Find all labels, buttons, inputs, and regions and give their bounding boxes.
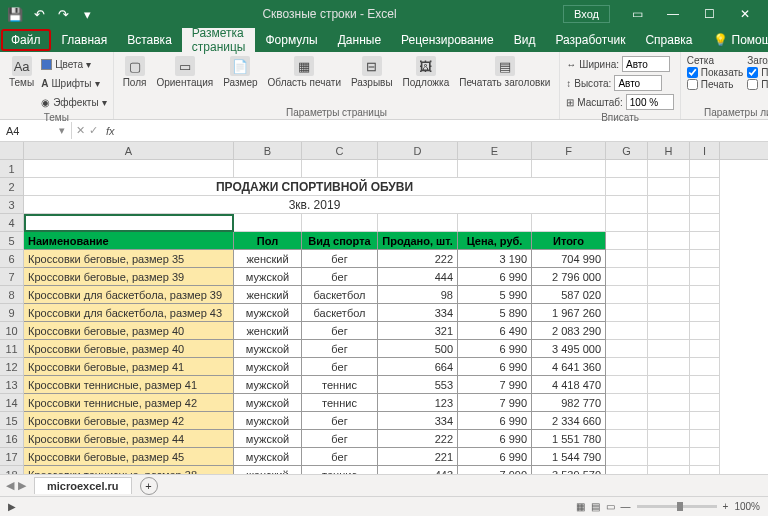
cell[interactable] <box>606 340 648 358</box>
cell[interactable] <box>606 430 648 448</box>
row-header[interactable]: 16 <box>0 430 24 448</box>
row-header[interactable]: 7 <box>0 268 24 286</box>
cell[interactable] <box>458 214 532 232</box>
cell[interactable] <box>24 160 234 178</box>
cell[interactable]: Кроссовки для баскетбола, размер 39 <box>24 286 234 304</box>
cell[interactable]: бег <box>302 322 378 340</box>
cell[interactable]: 7 990 <box>458 376 532 394</box>
cell[interactable] <box>648 376 690 394</box>
column-header[interactable]: F <box>532 142 606 159</box>
tab-review[interactable]: Рецензирование <box>391 28 504 52</box>
tab-data[interactable]: Данные <box>328 28 391 52</box>
cell[interactable]: бег <box>302 340 378 358</box>
sheet-nav-prev-icon[interactable]: ◀ <box>6 479 14 492</box>
cell[interactable]: 221 <box>378 448 458 466</box>
cell[interactable] <box>648 340 690 358</box>
orientation-button[interactable]: ▭Ориентация <box>153 55 216 89</box>
cell[interactable] <box>690 394 720 412</box>
cell[interactable]: бег <box>302 250 378 268</box>
cell[interactable] <box>690 214 720 232</box>
add-sheet-button[interactable]: + <box>140 477 158 495</box>
cell[interactable] <box>378 214 458 232</box>
cell[interactable] <box>606 304 648 322</box>
row-header[interactable]: 17 <box>0 448 24 466</box>
column-header[interactable]: H <box>648 142 690 159</box>
sheet-tab[interactable]: microexcel.ru <box>34 477 132 494</box>
cell[interactable]: 1 544 790 <box>532 448 606 466</box>
cell[interactable]: 664 <box>378 358 458 376</box>
cell[interactable]: Пол <box>234 232 302 250</box>
save-icon[interactable]: 💾 <box>6 5 24 23</box>
qat-dropdown-icon[interactable]: ▾ <box>78 5 96 23</box>
cell[interactable]: Кроссовки для баскетбола, размер 43 <box>24 304 234 322</box>
cell[interactable]: 6 490 <box>458 322 532 340</box>
cell[interactable]: мужской <box>234 376 302 394</box>
row-header[interactable]: 18 <box>0 466 24 474</box>
column-header[interactable]: C <box>302 142 378 159</box>
cell[interactable]: 6 990 <box>458 358 532 376</box>
cell[interactable]: теннис <box>302 466 378 474</box>
cell[interactable]: женский <box>234 286 302 304</box>
cell[interactable]: 443 <box>378 466 458 474</box>
tab-page-layout[interactable]: Разметка страницы <box>182 28 256 52</box>
cell[interactable]: мужской <box>234 358 302 376</box>
cell[interactable]: 334 <box>378 412 458 430</box>
cell[interactable]: мужской <box>234 394 302 412</box>
column-header[interactable]: E <box>458 142 532 159</box>
cell[interactable] <box>690 232 720 250</box>
cell[interactable]: Кроссовки теннисные, размер 41 <box>24 376 234 394</box>
cell[interactable]: 553 <box>378 376 458 394</box>
tab-help[interactable]: Справка <box>635 28 702 52</box>
cell[interactable] <box>458 160 532 178</box>
cell[interactable]: женский <box>234 322 302 340</box>
cell[interactable]: Кроссовки беговые, размер 42 <box>24 412 234 430</box>
view-page-layout-icon[interactable]: ▤ <box>591 501 600 512</box>
cancel-formula-icon[interactable]: ✕ <box>76 124 85 137</box>
column-header[interactable]: G <box>606 142 648 159</box>
view-page-break-icon[interactable]: ▭ <box>606 501 615 512</box>
print-area-button[interactable]: ▦Область печати <box>265 55 344 89</box>
cell[interactable]: баскетбол <box>302 286 378 304</box>
height-select[interactable] <box>614 75 662 91</box>
cell[interactable]: 982 770 <box>532 394 606 412</box>
row-header[interactable]: 4 <box>0 214 24 232</box>
spreadsheet-grid[interactable]: ABCDEFGHI 12ПРОДАЖИ СПОРТИВНОЙ ОБУВИ33кв… <box>0 142 768 474</box>
cell[interactable]: бег <box>302 412 378 430</box>
cell[interactable]: 6 990 <box>458 268 532 286</box>
select-all-corner[interactable] <box>0 142 24 159</box>
cell[interactable]: Вид спорта <box>302 232 378 250</box>
cell[interactable] <box>606 268 648 286</box>
zoom-out-icon[interactable]: — <box>621 501 631 512</box>
cell[interactable]: ПРОДАЖИ СПОРТИВНОЙ ОБУВИ <box>24 178 606 196</box>
tab-developer[interactable]: Разработчик <box>545 28 635 52</box>
margins-button[interactable]: ▢Поля <box>120 55 150 89</box>
zoom-in-icon[interactable]: + <box>723 501 729 512</box>
cell[interactable] <box>532 160 606 178</box>
tab-insert[interactable]: Вставка <box>117 28 182 52</box>
row-header[interactable]: 8 <box>0 286 24 304</box>
fx-icon[interactable]: fx <box>102 125 119 137</box>
cell[interactable] <box>648 268 690 286</box>
cell[interactable]: 2 083 290 <box>532 322 606 340</box>
cell[interactable]: мужской <box>234 430 302 448</box>
tab-view[interactable]: Вид <box>504 28 546 52</box>
row-header[interactable]: 1 <box>0 160 24 178</box>
cell[interactable] <box>690 286 720 304</box>
cell[interactable] <box>690 340 720 358</box>
cell[interactable]: 4 418 470 <box>532 376 606 394</box>
maximize-icon[interactable]: ☐ <box>692 2 726 26</box>
cell[interactable]: 500 <box>378 340 458 358</box>
cell[interactable] <box>648 430 690 448</box>
cell[interactable]: 4 641 360 <box>532 358 606 376</box>
login-button[interactable]: Вход <box>563 5 610 23</box>
cell[interactable]: 321 <box>378 322 458 340</box>
name-box[interactable]: A4▾ <box>0 122 72 139</box>
cell[interactable]: Продано, шт. <box>378 232 458 250</box>
cell[interactable]: Кроссовки беговые, размер 40 <box>24 322 234 340</box>
cell[interactable] <box>302 160 378 178</box>
cell[interactable] <box>648 412 690 430</box>
cell[interactable]: мужской <box>234 448 302 466</box>
view-normal-icon[interactable]: ▦ <box>576 501 585 512</box>
row-header[interactable]: 9 <box>0 304 24 322</box>
cell[interactable]: мужской <box>234 304 302 322</box>
